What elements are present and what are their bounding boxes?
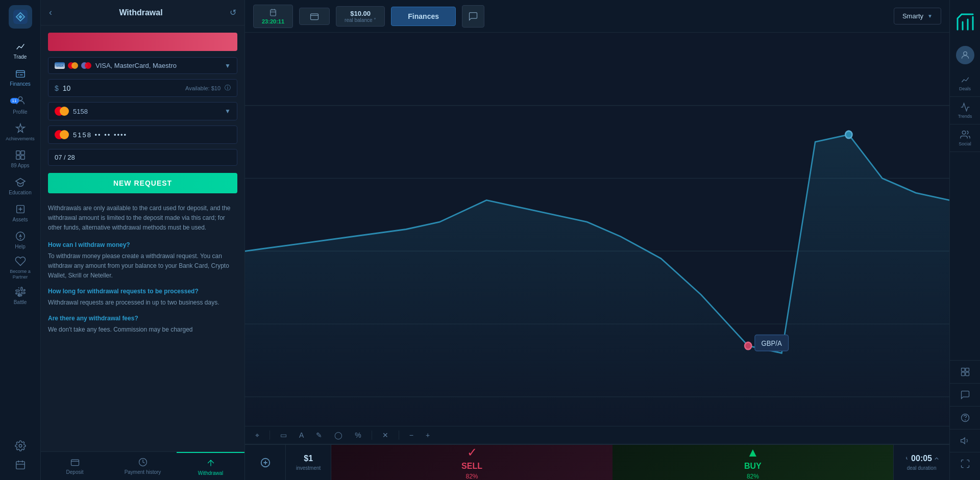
- sidebar-item-settings[interactable]: [0, 436, 40, 456]
- sidebar-item-finances[interactable]: Finances: [0, 64, 40, 91]
- faq-question-3[interactable]: Are there any withdrawal fees?: [48, 315, 237, 322]
- panel-title: Withdrawal: [57, 8, 225, 17]
- finances-button[interactable]: Finances: [391, 7, 456, 26]
- investment-display: $1 investment: [286, 445, 331, 480]
- rs-fullscreen-button[interactable]: [950, 452, 980, 475]
- tab-deposit-label: Deposit: [66, 469, 84, 475]
- date-input-row: [48, 149, 237, 166]
- user-avatar-button[interactable]: [956, 46, 974, 64]
- panel-footer-tabs: Deposit Payment history Withdrawal: [41, 451, 244, 480]
- sidebar-item-education[interactable]: Education: [0, 172, 40, 199]
- cross-tool-button[interactable]: ✕: [380, 430, 390, 440]
- rs-question-button[interactable]: [950, 406, 980, 429]
- balance-button[interactable]: $10.00 real balance ˅: [336, 6, 385, 27]
- rs-social-item[interactable]: Social: [950, 124, 980, 152]
- svg-rect-26: [961, 368, 965, 372]
- sidebar-item-assets[interactable]: Assets: [0, 199, 40, 226]
- bottom-bar-add-button[interactable]: [245, 445, 286, 480]
- sidebar-item-achievements[interactable]: Achievements: [0, 119, 40, 145]
- svg-rect-27: [965, 368, 969, 372]
- info-icon[interactable]: ⓘ: [225, 84, 231, 92]
- sidebar-item-89apps[interactable]: 89 Apps: [0, 145, 40, 172]
- left-sidebar: Trade Finances 11 Profile Achievements: [0, 0, 41, 480]
- expiry-date-input[interactable]: [55, 154, 231, 161]
- sidebar-label-education: Education: [9, 190, 31, 195]
- sidebar-item-become-partner[interactable]: Become aPartner: [0, 254, 40, 282]
- sell-label: SELL: [461, 462, 482, 471]
- chat-button[interactable]: [462, 5, 484, 28]
- svg-rect-12: [71, 460, 79, 466]
- sidebar-item-battle[interactable]: Battle: [0, 282, 40, 309]
- card-select-dropdown[interactable]: 5158 ▼: [48, 102, 237, 120]
- faq-question-2[interactable]: How long for withdrawal requests to be p…: [48, 288, 237, 295]
- card-select-number: 5158: [73, 108, 220, 115]
- currency-symbol: $: [55, 84, 59, 92]
- withdrawal-info-text: Withdrawals are only available to the ca…: [48, 204, 237, 233]
- payment-icons: VISA: [55, 62, 91, 69]
- svg-rect-6: [20, 156, 24, 159]
- buy-arrow-icon: ▲: [747, 445, 759, 460]
- deal-duration-display: 00:05 deal duration: [893, 445, 949, 480]
- tab-deposit[interactable]: Deposit: [41, 452, 109, 480]
- faq-question-1[interactable]: How can I withdraw money?: [48, 241, 237, 248]
- chart-toolbar: ⌖ ▭ A ✎ ◯ % ✕ − +: [245, 426, 949, 444]
- deposit-top-button[interactable]: [299, 8, 330, 25]
- pencil-tool-button[interactable]: ✎: [314, 430, 324, 440]
- card-select-chevron-icon: ▼: [225, 108, 231, 115]
- percentage-tool-button[interactable]: %: [353, 430, 363, 440]
- zoom-in-button[interactable]: +: [424, 430, 432, 440]
- rs-comment-button[interactable]: [950, 383, 980, 406]
- text-tool-button[interactable]: A: [297, 430, 306, 440]
- logo[interactable]: [9, 5, 32, 29]
- rs-layout-button[interactable]: [950, 360, 980, 383]
- panel-back-button[interactable]: ‹: [49, 7, 52, 18]
- chart-svg: GBP/A: [245, 33, 949, 426]
- panel-refresh-button[interactable]: ↺: [230, 8, 236, 17]
- amount-bar[interactable]: [48, 33, 237, 51]
- sidebar-label-become-partner: Become aPartner: [10, 269, 31, 280]
- zoom-out-button[interactable]: −: [407, 430, 415, 440]
- tab-withdrawal[interactable]: Withdrawal: [177, 452, 244, 480]
- smarty-button[interactable]: Smarty ▼: [894, 8, 941, 24]
- sidebar-label-assets: Assets: [12, 217, 28, 222]
- rs-trends-item[interactable]: Trends: [950, 97, 980, 124]
- sidebar-item-help[interactable]: Help: [0, 226, 40, 254]
- sidebar-item-feedback[interactable]: [0, 456, 40, 475]
- sell-arrow-icon: ✓: [467, 445, 477, 460]
- payment-method-select[interactable]: VISA VISA, MasterCard, Maestro ▼: [48, 57, 237, 74]
- svg-point-9: [20, 238, 20, 239]
- svg-rect-15: [311, 14, 318, 20]
- sidebar-item-trade[interactable]: Trade: [0, 37, 40, 64]
- rectangle-tool-button[interactable]: ▭: [278, 430, 289, 440]
- svg-point-2: [18, 97, 22, 100]
- svg-rect-5: [16, 156, 19, 159]
- sell-button[interactable]: ✓ SELL 82%: [331, 445, 612, 480]
- rs-deals-item[interactable]: Deals: [950, 69, 980, 97]
- smarty-label: Smarty: [902, 12, 923, 20]
- tab-payment-history-label: Payment history: [125, 469, 161, 475]
- sidebar-label-achievements: Achievements: [6, 136, 35, 141]
- rs-volume-button[interactable]: [950, 429, 980, 452]
- time-button[interactable]: 23:20:11: [253, 5, 293, 28]
- cursor-tool-button[interactable]: ⌖: [253, 430, 261, 441]
- svg-rect-11: [16, 462, 24, 469]
- sidebar-item-profile[interactable]: 11 Profile: [0, 91, 40, 119]
- tab-payment-history[interactable]: Payment history: [109, 452, 177, 480]
- svg-rect-28: [961, 372, 965, 376]
- new-request-button[interactable]: NEW REQUEST: [48, 173, 237, 193]
- svg-point-25: [962, 131, 966, 135]
- faq-answer-3: We don't take any fees. Commission may b…: [48, 325, 237, 335]
- maestro-icon: [81, 62, 91, 69]
- time-display: 23:20:11: [262, 18, 284, 24]
- svg-rect-1: [16, 71, 24, 78]
- top-bar: 23:20:11 $10.00 real balance ˅ Finances …: [245, 0, 949, 33]
- toolbar-divider-3: [399, 431, 399, 440]
- mastercard-icon: [68, 62, 78, 69]
- card-number-input[interactable]: [73, 131, 231, 139]
- buy-button[interactable]: ▲ BUY 82%: [612, 445, 893, 480]
- main-content: 23:20:11 $10.00 real balance ˅ Finances …: [245, 0, 949, 480]
- sell-percentage: 82%: [466, 473, 478, 480]
- amount-input[interactable]: [63, 84, 181, 92]
- svg-point-24: [963, 52, 967, 55]
- shapes-tool-button[interactable]: ◯: [332, 430, 345, 440]
